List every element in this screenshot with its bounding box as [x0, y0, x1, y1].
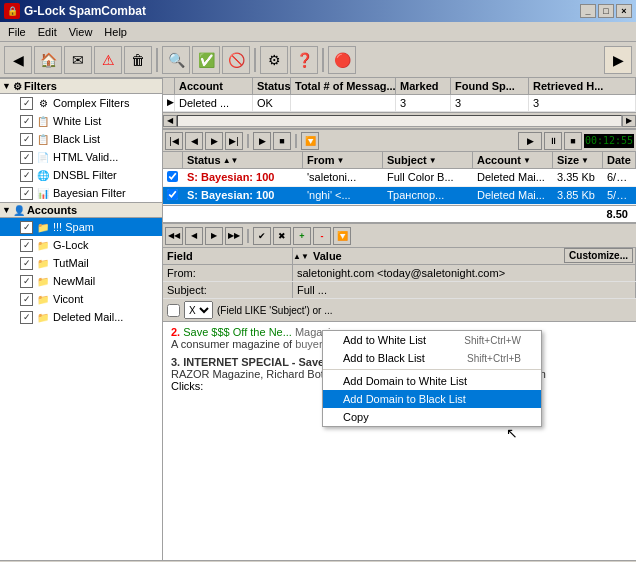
filter-dnsbl[interactable]: ✓ 🌐 DNSBL Filter	[0, 166, 162, 184]
ctx-add-domain-whitelist-label: Add Domain to White List	[343, 375, 467, 387]
toolbar-delete-btn[interactable]: 🗑	[124, 46, 152, 74]
account-col-account[interactable]: Account	[175, 78, 253, 94]
customize-button[interactable]: Customize...	[564, 248, 633, 263]
filter-blacklist[interactable]: ✓ 📋 Black List	[0, 130, 162, 148]
account-newmail-check[interactable]: ✓	[20, 275, 33, 288]
msg-col-status[interactable]: Status▲▼	[183, 152, 303, 168]
toolbar-help-btn[interactable]: ❓	[290, 46, 318, 74]
nav-last[interactable]: ▶|	[225, 132, 243, 150]
menu-file[interactable]: File	[2, 24, 32, 40]
account-col-status[interactable]: Status	[253, 78, 291, 94]
nav-filter[interactable]: 🔽	[301, 132, 319, 150]
nav-prev[interactable]: ◀	[185, 132, 203, 150]
btm-filter[interactable]: 🔽	[333, 227, 351, 245]
ctx-copy[interactable]: Copy	[323, 408, 541, 426]
btm-nav4[interactable]: ▶▶	[225, 227, 243, 245]
minimize-button[interactable]: _	[580, 4, 596, 18]
btm-addblack[interactable]: -	[313, 227, 331, 245]
nav-next[interactable]: ▶	[205, 132, 223, 150]
filter-field-select[interactable]: X	[184, 301, 213, 319]
main-container: ▼ ⚙ Filters ✓ ⚙ Complex Filters ✓ 📋 Whit…	[0, 78, 636, 562]
filter-whitelist[interactable]: ✓ 📋 White List	[0, 112, 162, 130]
filter-html-check[interactable]: ✓	[20, 151, 33, 164]
msg-row-0[interactable]: S: Bayesian: 100 'saletoni... Full Color…	[163, 169, 636, 187]
msg-col-date[interactable]: Date	[603, 152, 636, 168]
nav-play2[interactable]: ▶	[518, 132, 542, 150]
msg-check-0[interactable]	[163, 169, 183, 186]
filter-enable-check[interactable]	[167, 304, 180, 317]
account-glock[interactable]: ✓ 📁 G-Lock	[0, 236, 162, 254]
value-label: Value	[313, 250, 342, 262]
maximize-button[interactable]: □	[598, 4, 614, 18]
hscroll-track[interactable]	[177, 115, 622, 127]
btm-check1[interactable]: ✔	[253, 227, 271, 245]
menu-view[interactable]: View	[63, 24, 99, 40]
msg-checkbox-0[interactable]	[167, 171, 178, 182]
account-col-marked[interactable]: Marked	[396, 78, 451, 94]
msg-check-1[interactable]	[163, 187, 183, 204]
account-tutmail[interactable]: ✓ 📁 TutMail	[0, 254, 162, 272]
ctx-add-whitelist[interactable]: Add to White List Shift+Ctrl+W	[323, 331, 541, 349]
filter-bayesian[interactable]: ✓ 📊 Bayesian Filter	[0, 184, 162, 202]
close-button[interactable]: ×	[616, 4, 632, 18]
btm-nav3[interactable]: ▶	[205, 227, 223, 245]
msg-row-1[interactable]: S: Bayesian: 100 'nghi' <... Транспор...…	[163, 187, 636, 205]
toolbar-filter-btn[interactable]: 🔍	[162, 46, 190, 74]
account-spam-check[interactable]: ✓	[20, 221, 33, 234]
toolbar-back-btn[interactable]: ◀	[4, 46, 32, 74]
account-tutmail-check[interactable]: ✓	[20, 257, 33, 270]
account-col-total[interactable]: Total # of Messag...	[291, 78, 396, 94]
accounts-hscroll[interactable]: ◀ ▶	[163, 112, 636, 128]
filter-complex-check[interactable]: ✓	[20, 97, 33, 110]
nav-play[interactable]: ▶	[253, 132, 271, 150]
account-col-foundspam[interactable]: Found Sp...	[451, 78, 529, 94]
menu-help[interactable]: Help	[98, 24, 133, 40]
account-vicont-check[interactable]: ✓	[20, 293, 33, 306]
msg-col-size[interactable]: Size▼	[553, 152, 603, 168]
filter-whitelist-check[interactable]: ✓	[20, 115, 33, 128]
msg-checkbox-1[interactable]	[167, 189, 178, 200]
btm-check2[interactable]: ✖	[273, 227, 291, 245]
btm-addwhite[interactable]: +	[293, 227, 311, 245]
menu-edit[interactable]: Edit	[32, 24, 63, 40]
account-glock-check[interactable]: ✓	[20, 239, 33, 252]
ctx-add-domain-whitelist[interactable]: Add Domain to White List	[323, 372, 541, 390]
toolbar-accounts-btn[interactable]: 🏠	[34, 46, 62, 74]
titlebar: 🔒 G-Lock SpamCombat _ □ ×	[0, 0, 636, 22]
ctx-add-blacklist[interactable]: Add to Black List Shift+Ctrl+B	[323, 349, 541, 367]
nav-pause[interactable]: ⏸	[544, 132, 562, 150]
toolbar-whitelist-btn[interactable]: ✅	[192, 46, 220, 74]
toolbar-settings-btn[interactable]: ⚙	[260, 46, 288, 74]
toolbar-spam-btn[interactable]: ⚠	[94, 46, 122, 74]
filter-dnsbl-check[interactable]: ✓	[20, 169, 33, 182]
nav-stop[interactable]: ■	[273, 132, 291, 150]
titlebar-controls[interactable]: _ □ ×	[580, 4, 632, 18]
toolbar-extra-btn[interactable]: ▶	[604, 46, 632, 74]
ctx-add-domain-blacklist[interactable]: Add Domain to Black List	[323, 390, 541, 408]
filter-bayesian-check[interactable]: ✓	[20, 187, 33, 200]
msg-col-account[interactable]: Account▼	[473, 152, 553, 168]
filter-complex[interactable]: ✓ ⚙ Complex Filters	[0, 94, 162, 112]
account-vicont[interactable]: ✓ 📁 Vicont	[0, 290, 162, 308]
account-col-retrieved[interactable]: Retrieved H...	[529, 78, 636, 94]
hscroll-left[interactable]: ◀	[163, 115, 177, 127]
msg-col-from[interactable]: From▼	[303, 152, 383, 168]
msg-col-check[interactable]	[163, 152, 183, 168]
filter-whitelist-icon: 📋	[35, 113, 51, 129]
nav-first[interactable]: |◀	[165, 132, 183, 150]
account-newmail[interactable]: ✓ 📁 NewMail	[0, 272, 162, 290]
toolbar-exit-btn[interactable]: 🔴	[328, 46, 356, 74]
toolbar-blacklist-btn[interactable]: 🚫	[222, 46, 250, 74]
btm-nav2[interactable]: ◀	[185, 227, 203, 245]
account-spam[interactable]: ✓ 📁 !!! Spam	[0, 218, 162, 236]
account-deleted-check[interactable]: ✓	[20, 311, 33, 324]
toolbar-check-btn[interactable]: ✉	[64, 46, 92, 74]
msg-col-subject[interactable]: Subject▼	[383, 152, 473, 168]
btm-nav1[interactable]: ◀◀	[165, 227, 183, 245]
account-deleted[interactable]: ✓ 📁 Deleted Mail...	[0, 308, 162, 326]
filter-blacklist-check[interactable]: ✓	[20, 133, 33, 146]
accounts-table-row[interactable]: ▶ Deleted ... OK 3 3 3	[163, 95, 636, 112]
filter-html[interactable]: ✓ 📄 HTML Valid...	[0, 148, 162, 166]
hscroll-right[interactable]: ▶	[622, 115, 636, 127]
nav-stop2[interactable]: ■	[564, 132, 582, 150]
